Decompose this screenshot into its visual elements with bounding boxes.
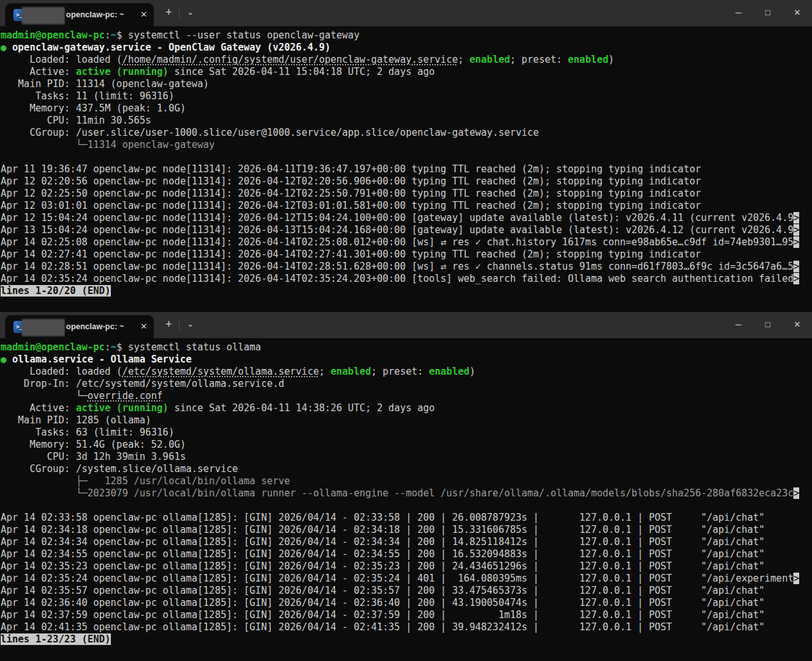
log-line: Apr 14 02:36:40 openclaw-pc ollama[1285]… — [1, 597, 812, 609]
prompt-line: madmin@openclaw-pc:~$ systemctl status o… — [1, 341, 812, 354]
minimize-button[interactable]: ─ — [724, 312, 753, 338]
status-memory: Memory: 51.4G (peak: 52.0G) — [1, 439, 812, 451]
blank-line — [1, 500, 812, 512]
status-dropin: Drop-In: /etc/systemd/system/ollama.serv… — [1, 378, 812, 390]
tab-separator — [179, 320, 179, 330]
status-cgroup: CGroup: /system.slice/ollama.service — [1, 463, 812, 475]
log-line: Apr 13 15:04:24 openclaw-pc node[11314]:… — [1, 224, 812, 236]
log-line: Apr 14 02:34:55 openclaw-pc ollama[1285]… — [1, 548, 812, 560]
tab-separator — [179, 8, 179, 19]
tab-close-icon[interactable]: ✕ — [140, 315, 147, 338]
titlebar[interactable]: >_ openclaw-pc: ~ ✕ + ⌄ ─ □ ✕ — [0, 312, 812, 338]
terminal-screen-ollama[interactable]: madmin@openclaw-pc:~$ systemctl status o… — [1, 338, 812, 661]
status-mainpid: Main PID: 11314 (openclaw-gatewa) — [1, 78, 812, 90]
window-controls: ─ □ ✕ — [724, 312, 812, 338]
new-tab-button[interactable]: + — [160, 0, 178, 26]
log-line: Apr 14 02:33:58 openclaw-pc ollama[1285]… — [1, 512, 812, 524]
status-loaded: Loaded: loaded (/home/madmin/.config/sys… — [1, 54, 812, 66]
tab-dropdown-icon[interactable]: ⌄ — [182, 0, 199, 26]
log-line: Apr 14 02:35:23 openclaw-pc ollama[1285]… — [1, 560, 812, 573]
status-cgroup: CGroup: /user.slice/user-1000.slice/user… — [1, 127, 812, 139]
log-line: Apr 12 15:04:24 openclaw-pc node[11314]:… — [1, 212, 812, 224]
status-cpu: CPU: 11min 30.565s — [1, 115, 812, 127]
tab-active[interactable]: >_ openclaw-pc: ~ ✕ — [5, 3, 154, 26]
blank-line — [1, 151, 812, 163]
tab-title: openclaw-pc: ~ — [66, 3, 124, 26]
titlebar[interactable]: >_ openclaw-pc: ~ ✕ + ⌄ ─ □ ✕ — [0, 0, 812, 26]
maximize-button[interactable]: □ — [753, 312, 783, 338]
maximize-button[interactable]: □ — [753, 0, 783, 26]
log-line: Apr 14 02:41:35 openclaw-pc ollama[1285]… — [1, 621, 812, 633]
log-line: Apr 14 02:35:24 openclaw-pc ollama[1285]… — [1, 573, 812, 585]
cgroup-child: └─11314 openclaw-gateway — [1, 139, 812, 151]
service-header: ● ollama.service - Ollama Service — [1, 354, 812, 366]
log-line: Apr 11 19:36:47 openclaw-pc node[11314]:… — [1, 163, 812, 175]
pager-status: lines 1-23/23 (END) — [1, 633, 812, 646]
terminal-window-ollama: >_ openclaw-pc: ~ ✕ + ⌄ ─ □ ✕ madmin@ope… — [0, 312, 812, 661]
log-line: Apr 14 02:27:41 openclaw-pc node[11314]:… — [1, 249, 812, 261]
log-line: Apr 12 02:25:50 openclaw-pc node[11314]:… — [1, 188, 812, 200]
log-line: Apr 14 02:34:34 openclaw-pc ollama[1285]… — [1, 536, 812, 548]
status-cpu: CPU: 3d 12h 39min 3.961s — [1, 451, 812, 463]
redacted-area — [22, 7, 65, 24]
status-tasks: Tasks: 63 (limit: 96316) — [1, 427, 812, 439]
log-line: Apr 14 02:28:51 openclaw-pc node[11314]:… — [1, 261, 812, 273]
close-button[interactable]: ✕ — [783, 312, 812, 338]
log-line: Apr 14 02:35:24 openclaw-pc node[11314]:… — [1, 273, 812, 285]
log-line: Apr 14 02:34:18 openclaw-pc ollama[1285]… — [1, 524, 812, 536]
dropin-child: └─override.conf — [1, 390, 812, 402]
status-mainpid: Main PID: 1285 (ollama) — [1, 414, 812, 427]
redacted-area — [22, 319, 65, 336]
status-active: Active: active (running) since Sat 2026-… — [1, 402, 812, 414]
log-line: Apr 14 02:35:57 openclaw-pc ollama[1285]… — [1, 585, 812, 597]
status-memory: Memory: 437.5M (peak: 1.0G) — [1, 102, 812, 115]
status-loaded: Loaded: loaded (/etc/systemd/system/olla… — [1, 366, 812, 378]
log-line: Apr 14 02:37:59 openclaw-pc ollama[1285]… — [1, 609, 812, 621]
log-line: Apr 14 02:25:08 openclaw-pc node[11314]:… — [1, 236, 812, 249]
status-tasks: Tasks: 11 (limit: 96316) — [1, 90, 812, 102]
terminal-window-gateway: >_ openclaw-pc: ~ ✕ + ⌄ ─ □ ✕ madmin@ope… — [0, 0, 812, 312]
prompt-line: madmin@openclaw-pc:~$ systemctl --user s… — [1, 29, 812, 42]
window-controls: ─ □ ✕ — [724, 0, 812, 26]
minimize-button[interactable]: ─ — [724, 0, 753, 26]
tab-close-icon[interactable]: ✕ — [140, 3, 147, 26]
log-line: Apr 12 02:20:56 openclaw-pc node[11314]:… — [1, 175, 812, 188]
cgroup-child: └─2023079 /usr/local/bin/ollama runner -… — [1, 487, 812, 500]
service-header: ● openclaw-gateway.service - OpenClaw Ga… — [1, 42, 812, 54]
new-tab-button[interactable]: + — [160, 312, 178, 338]
pager-status: lines 1-20/20 (END) — [1, 285, 812, 297]
terminal-screen-gateway[interactable]: madmin@openclaw-pc:~$ systemctl --user s… — [1, 26, 812, 312]
close-button[interactable]: ✕ — [783, 0, 812, 26]
cgroup-child: ├─ 1285 /usr/local/bin/ollama serve — [1, 475, 812, 487]
log-line: Apr 12 03:01:01 openclaw-pc node[11314]:… — [1, 200, 812, 212]
tab-active[interactable]: >_ openclaw-pc: ~ ✕ — [5, 315, 154, 338]
status-active: Active: active (running) since Sat 2026-… — [1, 66, 812, 78]
tab-title: openclaw-pc: ~ — [66, 315, 124, 338]
tab-dropdown-icon[interactable]: ⌄ — [182, 312, 199, 338]
